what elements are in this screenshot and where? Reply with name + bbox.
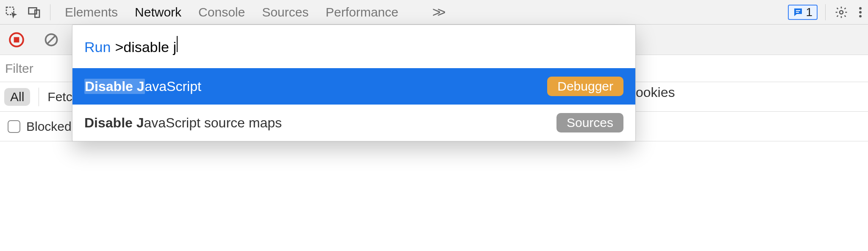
text-caret (177, 36, 178, 52)
tab-network[interactable]: Network (135, 0, 181, 24)
blocked-label: Blocked (26, 119, 72, 134)
svg-line-12 (47, 35, 56, 44)
panel-tabs: Elements Network Console Sources Perform… (65, 0, 442, 24)
run-label: Run (84, 39, 111, 55)
command-item-badge: Sources (556, 113, 623, 132)
more-options-icon[interactable] (853, 3, 868, 22)
svg-point-7 (859, 11, 862, 14)
command-item-rest: avaScript (145, 79, 201, 94)
cookies-label-fragment: ookies (636, 85, 675, 100)
message-icon (793, 7, 803, 17)
divider (825, 4, 826, 20)
svg-point-8 (859, 15, 862, 17)
device-toolbar-icon[interactable] (23, 3, 46, 22)
more-tabs-icon[interactable]: >> (432, 4, 442, 20)
record-button-icon[interactable] (5, 30, 28, 49)
svg-rect-3 (796, 10, 800, 11)
command-prefix: > (115, 39, 123, 55)
tab-sources[interactable]: Sources (262, 0, 309, 24)
tab-elements[interactable]: Elements (65, 0, 118, 24)
command-query: disable j (123, 39, 176, 55)
command-item-match: Disable J (84, 79, 145, 94)
svg-rect-4 (796, 12, 799, 13)
tab-console[interactable]: Console (198, 0, 245, 24)
filter-input[interactable]: Filter (5, 61, 33, 76)
command-item-match: Disable J (84, 115, 144, 130)
svg-point-6 (859, 7, 862, 9)
divider (39, 88, 39, 106)
issues-badge[interactable]: 1 (788, 5, 818, 20)
command-item-disable-javascript[interactable]: Disable JavaScript Debugger (72, 68, 635, 105)
command-palette: Run > disable j Disable JavaScript Debug… (72, 25, 636, 141)
inspect-element-icon[interactable] (0, 3, 23, 22)
filter-all-pill[interactable]: All (4, 88, 30, 106)
divider (50, 4, 50, 20)
svg-point-5 (840, 11, 843, 14)
command-input-row[interactable]: Run > disable j (72, 25, 635, 68)
command-item-badge: Debugger (547, 77, 623, 96)
settings-icon[interactable] (830, 3, 853, 22)
devtools-top-bar: Elements Network Console Sources Perform… (0, 0, 868, 25)
svg-rect-10 (14, 37, 19, 42)
blocked-checkbox[interactable] (8, 120, 20, 133)
command-item-disable-js-source-maps[interactable]: Disable JavaScript source maps Sources (72, 105, 635, 141)
clear-icon[interactable] (40, 30, 63, 49)
command-item-rest: avaScript source maps (144, 115, 282, 130)
issues-count: 1 (806, 6, 812, 19)
tab-performance[interactable]: Performance (326, 0, 398, 24)
